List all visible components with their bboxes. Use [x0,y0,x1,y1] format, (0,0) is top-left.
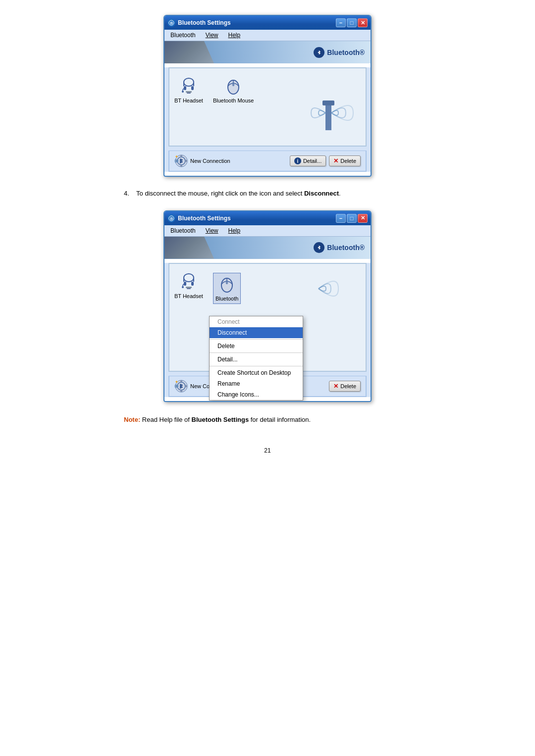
close-button-1[interactable]: ✕ [358,18,368,27]
mouse-icon-2 [218,275,236,293]
svg-text:B: B [170,21,173,25]
ctx-divider-3 [210,366,303,366]
svg-rect-32 [186,287,192,288]
maximize-button-2[interactable]: □ [347,214,357,223]
bt-signal-area-1 [299,73,358,138]
menu-view-1[interactable]: View [204,31,220,40]
delete-button-2[interactable]: ✕ Delete [329,381,361,392]
svg-point-40 [180,390,182,392]
step4-bold: Disconnect [304,190,339,197]
win-footer-1: ✦ New Connection i Detail... ✕ Delete [168,151,367,172]
new-connection-btn-1[interactable]: ✦ New Connection [174,154,230,168]
device-area-1: BT Headset Bluetooth Mouse [168,67,367,147]
svg-rect-9 [186,91,192,93]
menu-bluetooth-2[interactable]: Bluetooth [168,226,198,235]
ctx-item-disconnect[interactable]: Disconnect [210,327,303,338]
bluetooth-brand-text-2: Bluetooth® [327,244,365,252]
win-controls-2: − □ ✕ [336,214,368,223]
svg-point-8 [182,91,184,93]
header-image-2 [164,237,214,259]
svg-rect-5 [191,86,194,90]
detail-label-1: Detail... [303,158,321,164]
ctx-item-detail[interactable]: Detail... [210,354,303,365]
footer-buttons-2: ✕ Delete [329,381,361,392]
ctx-item-delete[interactable]: Delete [210,341,303,352]
bluetooth-brand-1: Bluetooth® [314,47,365,58]
win-controls-1: − □ ✕ [336,18,368,27]
window-title-2: Bluetooth Settings [178,215,231,222]
bluetooth-brand-icon-1 [314,47,324,58]
svg-point-31 [182,286,184,288]
step4-description: To disconnect the mouse, right click on … [136,190,304,197]
delete-button-1[interactable]: ✕ Delete [329,155,361,166]
svg-text:B: B [170,216,173,221]
page-number: 21 [124,447,411,454]
bluetooth-brand-icon-2 [314,242,324,253]
svg-point-18 [180,155,182,157]
header-image-1 [164,41,214,63]
minimize-button-2[interactable]: − [336,214,346,223]
ctx-divider-2 [210,353,303,353]
mouse-label-1: Bluetooth Mouse [213,98,254,103]
header-banner-2: Bluetooth® [164,237,371,259]
note-end: for detail information. [249,416,311,423]
bluetooth-titlebar-icon-1: B [167,19,175,27]
bluetooth-window-2: B Bluetooth Settings − □ ✕ Bluetooth Vie… [163,210,372,402]
device-item-headset-1[interactable]: BT Headset [174,77,203,103]
win-body-2: BT Headset Bluetooth [164,263,371,397]
ctx-item-connect[interactable]: Connect [210,316,303,327]
svg-rect-15 [322,101,334,105]
note-section: Note: Read Help file of Bluetooth Settin… [124,416,411,423]
close-button-2[interactable]: ✕ [358,214,368,223]
device-item-mouse-2[interactable]: Bluetooth [213,273,241,304]
new-connection-label-1: New Connection [190,158,230,164]
svg-rect-14 [325,103,331,130]
menu-help-2[interactable]: Help [226,226,243,235]
device-item-mouse-1[interactable]: Bluetooth Mouse [213,77,254,103]
bt-signal-area-2 [299,269,358,308]
svg-text:✦: ✦ [175,380,178,384]
svg-point-42 [185,385,187,387]
mouse-label-2: Bluetooth [215,296,238,302]
svg-point-36 [225,280,228,284]
note-bold: Bluetooth Settings [192,416,249,423]
note-text: Read Help file of [140,416,191,423]
svg-point-21 [185,160,187,162]
delete-label-1: Delete [340,158,356,164]
step4-period: . [339,190,341,197]
bluetooth-brand-2: Bluetooth® [314,242,365,253]
footer-buttons-1: i Detail... ✕ Delete [290,155,361,166]
svg-rect-10 [187,93,191,94]
device-item-headset-2[interactable]: BT Headset [174,273,203,299]
bluetooth-titlebar-icon-2: B [167,214,175,222]
device-area-2: BT Headset Bluetooth [168,263,367,372]
menu-bluetooth-1[interactable]: Bluetooth [168,31,198,40]
headset-icon-2 [180,273,198,291]
delete-label-2: Delete [340,383,356,389]
svg-point-13 [232,82,235,86]
minimize-button-1[interactable]: − [336,18,346,27]
menubar-2: Bluetooth View Help [164,225,371,237]
headset-label-1: BT Headset [174,98,203,103]
ctx-item-rename[interactable]: Rename [210,378,303,389]
ctx-item-shortcut[interactable]: Create Shortcut on Desktop [210,367,303,378]
menu-view-2[interactable]: View [204,226,220,235]
headset-icon-1 [180,77,198,95]
mouse-icon-1 [224,77,242,95]
ctx-item-changeicons[interactable]: Change Icons... [210,389,303,400]
window-title-1: Bluetooth Settings [178,19,231,26]
new-connection-icon-2: ✦ [174,379,188,393]
svg-point-19 [180,165,182,167]
bluetooth-window-1: B Bluetooth Settings − □ ✕ Bluetooth Vie… [163,15,372,177]
ctx-divider-1 [210,339,303,340]
step4-text: 4. To disconnect the mouse, right click … [124,189,411,199]
detail-button-1[interactable]: i Detail... [290,155,326,166]
svg-rect-28 [191,282,194,286]
maximize-button-1[interactable]: □ [347,18,357,27]
svg-rect-33 [187,288,191,289]
menu-help-1[interactable]: Help [226,31,243,40]
header-banner-1: Bluetooth® [164,41,371,63]
svg-point-39 [180,380,182,382]
headset-label-2: BT Headset [174,293,203,299]
delete-icon-1: ✕ [333,157,338,164]
